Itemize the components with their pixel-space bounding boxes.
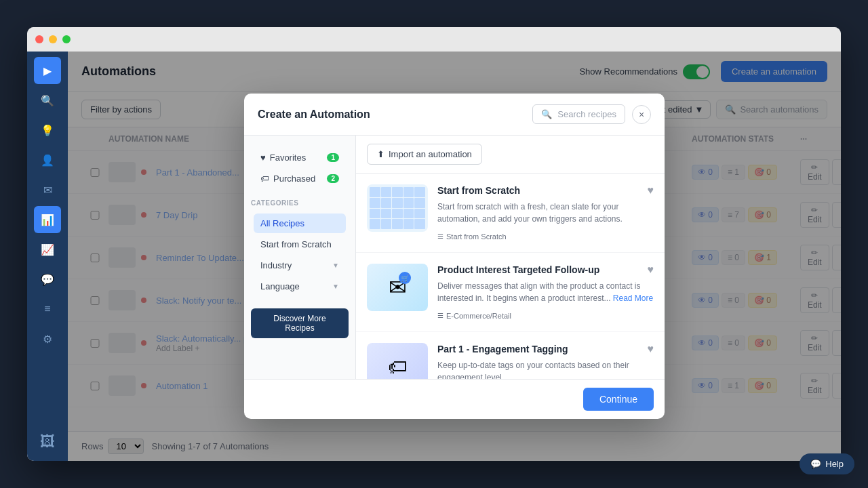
recipe-description: Deliver messages that align with the pro… xyxy=(437,280,654,304)
favorites-badge: 1 xyxy=(327,153,339,162)
import-automation-button[interactable]: ⬆ Import an automation xyxy=(367,144,482,165)
recipe-title: Start from Scratch xyxy=(437,185,520,196)
modal-search-icon: 🔍 xyxy=(541,109,552,119)
email-icon: ✉ xyxy=(43,184,52,197)
sidebar-item-ideas[interactable]: 💡 xyxy=(34,117,61,144)
recipe-description: Keep up-to-date tags on your contacts ba… xyxy=(437,359,654,379)
modal-body: ♥ Favorites 1 🏷 Purchased xyxy=(244,136,665,379)
recipe-category-tag: Start from Scratch xyxy=(437,232,507,241)
help-button[interactable]: 💬 Help xyxy=(800,453,841,461)
sidebar-item-search[interactable]: 🔍 xyxy=(34,87,61,114)
modal-close-button[interactable]: × xyxy=(632,105,651,124)
modal-nav-section: ♥ Favorites 1 🏷 Purchased xyxy=(244,144,355,194)
language-chevron-icon: ▼ xyxy=(332,283,339,290)
modal-nav-language[interactable]: Language ▼ xyxy=(254,277,346,296)
modal-search-placeholder: Search recipes xyxy=(557,109,616,119)
recipe-info: Start from Scratch ♥ Start from scratch … xyxy=(437,184,654,241)
read-more-link[interactable]: Read More xyxy=(613,293,653,303)
sidebar-item-reports[interactable]: 📈 xyxy=(34,236,61,263)
lists-icon: ≡ xyxy=(44,303,50,315)
recipe-card-product-interest[interactable]: ✉ 🛒 Product Interest Targeted Follow-up … xyxy=(356,253,665,332)
language-label: Language xyxy=(260,281,300,291)
discover-more-recipes-button[interactable]: Discover More Recipes xyxy=(251,308,349,338)
recipe-title-row: Start from Scratch ♥ xyxy=(437,184,654,197)
close-traffic-light[interactable] xyxy=(35,35,43,43)
recipe-category-tag: E-Commerce/Retail xyxy=(437,312,511,320)
modal-footer: Continue xyxy=(244,379,665,419)
sidebar-item-automations[interactable]: 📊 xyxy=(34,206,61,233)
reports-icon: 📈 xyxy=(41,243,54,256)
maximize-traffic-light[interactable] xyxy=(62,35,71,43)
automations-icon: 📊 xyxy=(41,214,54,226)
chat-icon: 💬 xyxy=(41,273,54,286)
import-icon: ⬆ xyxy=(377,149,384,159)
tag-nav-icon: 🏷 xyxy=(260,174,269,184)
recipe-favorite-icon[interactable]: ♥ xyxy=(648,343,654,355)
modal-header: Create an Automation 🔍 Search recipes × xyxy=(244,94,665,136)
categories-heading: CATEGORIES xyxy=(244,194,355,209)
arrow-icon: ▶ xyxy=(43,64,52,77)
modal-search-box[interactable]: 🔍 Search recipes xyxy=(532,104,625,124)
sidebar-item-messages[interactable]: 💬 xyxy=(34,266,61,293)
import-label: Import an automation xyxy=(389,149,472,159)
start-from-scratch-label: Start from Scratch xyxy=(260,239,332,249)
minimize-traffic-light[interactable] xyxy=(49,35,57,43)
recipe-info: Part 1 - Engagement Tagging ♥ Keep up-to… xyxy=(437,343,654,379)
sidebar-item-avatar[interactable]: 🖼 xyxy=(34,428,61,455)
recipe-thumbnail xyxy=(367,184,428,232)
modal-sidebar: ♥ Favorites 1 🏷 Purchased xyxy=(244,136,356,379)
browser-titlebar xyxy=(27,27,841,52)
recipe-thumbnail: ✉ 🛒 xyxy=(367,264,428,311)
create-automation-modal: Create an Automation 🔍 Search recipes × xyxy=(244,94,665,419)
search-icon: 🔍 xyxy=(41,94,54,107)
gear-icon: ⚙ xyxy=(43,333,52,346)
all-recipes-label: All Recipes xyxy=(260,218,304,228)
lightbulb-icon: 💡 xyxy=(41,124,54,137)
sidebar-item-email[interactable]: ✉ xyxy=(34,176,61,203)
sidebar: ▶ 🔍 💡 👤 ✉ 📊 📈 💬 ≡ xyxy=(27,52,68,461)
sidebar-item-lists[interactable]: ≡ xyxy=(34,296,61,323)
purchased-badge: 2 xyxy=(327,174,339,183)
avatar-icon: 🖼 xyxy=(40,433,55,451)
recipe-card-engagement-tagging[interactable]: 🏷 Part 1 - Engagement Tagging ♥ Keep up-… xyxy=(356,332,665,379)
modal-nav-favorites[interactable]: ♥ Favorites 1 xyxy=(254,148,346,167)
heart-nav-icon: ♥ xyxy=(260,152,266,163)
help-label: Help xyxy=(825,459,841,461)
sidebar-item-settings[interactable]: ⚙ xyxy=(34,325,61,352)
recipe-info: Product Interest Targeted Follow-up ♥ De… xyxy=(437,264,654,321)
industry-label: Industry xyxy=(260,260,292,270)
modal-nav-industry[interactable]: Industry ▼ xyxy=(254,256,346,275)
recipe-thumbnail: 🏷 xyxy=(367,343,428,379)
grid-thumbnail xyxy=(367,184,428,232)
recipe-title: Product Interest Targeted Follow-up xyxy=(437,264,599,275)
modal-overlay: Create an Automation 🔍 Search recipes × xyxy=(68,52,841,461)
recipe-favorite-icon[interactable]: ♥ xyxy=(648,184,654,197)
modal-nav-categories: All Recipes Start from Scratch Industry … xyxy=(244,209,355,302)
modal-title: Create an Automation xyxy=(258,108,370,121)
recipe-card-start-from-scratch[interactable]: Start from Scratch ♥ Start from scratch … xyxy=(356,174,665,253)
continue-button[interactable]: Continue xyxy=(583,388,654,411)
sidebar-item-contacts[interactable]: 👤 xyxy=(34,146,61,174)
modal-nav-start-from-scratch[interactable]: Start from Scratch xyxy=(254,235,346,254)
recipe-description: Start from scratch with a fresh, clean s… xyxy=(437,201,654,225)
recipe-title-row: Product Interest Targeted Follow-up ♥ xyxy=(437,264,654,276)
purchased-label: Purchased xyxy=(273,174,315,184)
recipe-title-row: Part 1 - Engagement Tagging ♥ xyxy=(437,343,654,355)
modal-nav-purchased[interactable]: 🏷 Purchased 2 xyxy=(254,169,346,188)
import-bar: ⬆ Import an automation xyxy=(356,136,665,174)
recipe-favorite-icon[interactable]: ♥ xyxy=(648,264,654,276)
chat-help-icon: 💬 xyxy=(810,459,821,461)
person-icon: 👤 xyxy=(41,154,54,167)
envelope-thumbnail: ✉ 🛒 xyxy=(367,264,428,311)
favorites-label: Favorites xyxy=(270,152,306,163)
recipe-title: Part 1 - Engagement Tagging xyxy=(437,344,568,354)
sidebar-item-arrow[interactable]: ▶ xyxy=(34,57,61,84)
modal-recipe-list: ⬆ Import an automation xyxy=(356,136,665,379)
industry-chevron-icon: ▼ xyxy=(332,262,339,269)
tag-thumbnail: 🏷 xyxy=(367,343,428,379)
modal-nav-all-recipes[interactable]: All Recipes xyxy=(254,214,346,233)
